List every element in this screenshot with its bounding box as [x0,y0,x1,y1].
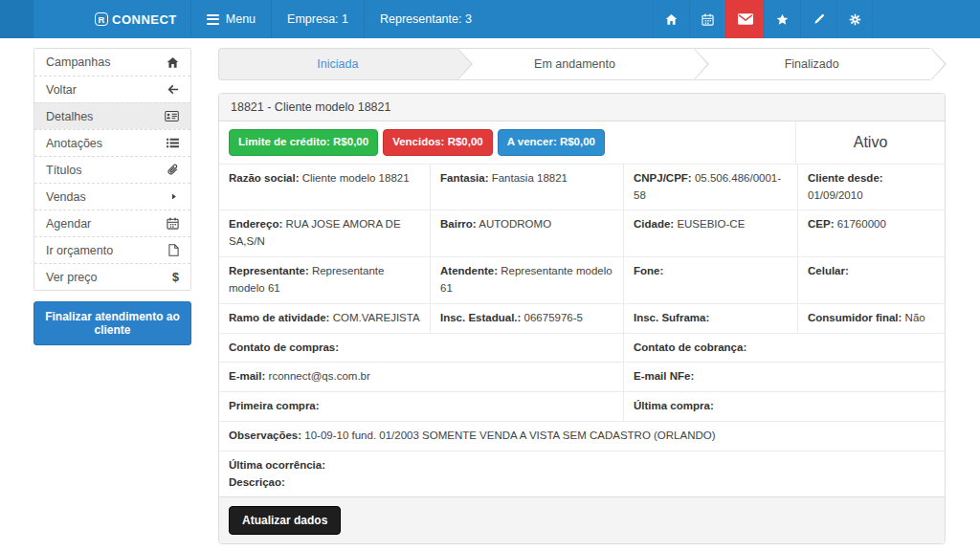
field-row: Razão social: Cliente modelo 18821Fantas… [219,164,945,210]
step-finalizado[interactable]: Finalizado [693,48,930,80]
brand-logo[interactable]: R CONNECT [81,0,190,38]
sidebar-item-vendas[interactable]: Vendas [34,183,190,209]
sidebar-menu: CampanhasVoltarDetalhesAnotaçõesTítulosV… [33,48,191,291]
field-label: Bairro: [440,218,477,230]
sidebar-item-titulos[interactable]: Títulos [34,156,190,183]
atualizar-dados-button[interactable]: Atualizar dados [229,506,341,535]
field-insc-suframa: Insc. Suframa: [623,304,797,333]
sidebar-item-label: Campanhas [46,55,110,69]
field-e-mail: E-mail: rconnect@qs.com.br [219,363,623,391]
representante-selector[interactable]: Representante: 3 [364,0,487,38]
home-icon [164,56,179,69]
pencil-icon [813,13,825,25]
nav-left-square[interactable] [0,0,33,38]
star-nav-button[interactable] [764,0,800,38]
envelope-nav-button[interactable] [725,0,764,38]
field-label: CNPJ/CPF: [634,172,692,184]
home-nav-button[interactable] [653,0,689,38]
sidebar-item-label: Ir orçamento [46,244,113,257]
panel-title: 18821 - Cliente modelo 18821 [219,94,945,121]
badge-vencidos[interactable]: Vencidos: R$0,00 [383,129,493,156]
list-icon [164,138,179,148]
status-badge: Ativo [795,121,945,164]
navbar: R CONNECT Menu Empresa: 1 Representante:… [0,0,980,38]
field-atendente: Atendente: Representante modelo 61 [430,257,623,303]
field-label: Endereço: [229,218,282,230]
field-label: Última compra: [634,400,714,411]
field-label: Primeira compra: [229,400,320,411]
field-value: 01/09/2010 [808,189,863,201]
sidebar-item-ir-orcamento[interactable]: Ir orçamento [34,236,190,263]
field-label: Consumidor final: [808,312,902,323]
field-label: Descriçao: [229,476,285,488]
field-ramo-de-atividade: Ramo de atividade: COM.VAREJISTA [219,304,430,333]
field-label: Razão social: [229,172,300,184]
field-label: Ramo de atividade: [229,312,329,323]
field-label: E-mail NFe: [634,370,694,382]
badge-a-vencer[interactable]: A vencer: R$0,00 [498,129,605,156]
field-contato-de-cobranca: Contato de cobrança: [623,334,947,363]
field-row: Ramo de atividade: COM.VAREJISTAInsc. Es… [219,303,945,333]
field-insc-estadual: Insc. Estadual.: 06675976-5 [430,304,623,333]
sidebar-item-detalhes[interactable]: Detalhes [34,102,190,129]
field-value: rconnect@qs.com.br [269,370,370,382]
field-cidade: Cidade: EUSEBIO-CE [623,210,797,256]
caret-right-icon [164,191,179,202]
field-fone: Fone: [623,257,797,303]
field-value: Fantasia 18821 [492,172,568,184]
field-label: Contato de cobrança: [634,342,746,353]
field-observacoes: Observações: 10-09-10 fund. 01/2003 SOME… [219,422,947,451]
field-fantasia: Fantasia: Fantasia 18821 [430,165,623,210]
field-row: Contato de compras:Contato de cobrança: [219,333,945,363]
field-value: Cliente modelo 18821 [302,172,410,184]
envelope-icon [738,13,753,25]
gear-nav-button[interactable] [836,0,873,38]
dollar-icon: $ [164,271,179,284]
field-ultima-compra: Última compra: [623,392,947,421]
field-label: Última ocorrência: [229,459,325,471]
brand-text: CONNECT [112,12,177,27]
sidebar-item-voltar[interactable]: Voltar [34,76,190,102]
field-value: 10-09-10 fund. 01/2003 SOMENTE VENDA A V… [304,430,715,441]
sidebar-item-ver-preco[interactable]: Ver preço$ [34,263,190,290]
gear-icon [849,13,861,26]
sidebar-item-label: Vendas [46,190,86,204]
field-label: Cidade: [634,218,674,230]
step-em-andamento[interactable]: Em andamento [457,48,694,80]
field-celular: Celular: [797,257,947,303]
hamburger-icon [207,11,219,27]
sidebar-item-campanhas[interactable]: Campanhas [34,49,190,76]
field-value: 61760000 [837,218,886,230]
menu-button[interactable]: Menu [190,0,271,38]
field-label: Celular: [808,265,849,276]
field-value: COM.VAREJISTA [333,312,420,323]
field-value: 06675976-5 [524,312,583,323]
field-cnpj-cpf: CNPJ/CPF: 05.506.486/0001-58 [623,165,797,210]
field-value: AUTODROMO [479,218,551,230]
field-row: Última ocorrência:Descriçao: [219,451,945,497]
step-iniciada[interactable]: Iniciada [218,48,457,80]
calendar-nav-button[interactable] [689,0,725,38]
pencil-nav-button[interactable] [800,0,836,38]
field-endereco: Endereço: RUA JOSE AMORA DE SA,S/N [219,210,430,256]
field-cliente-desde: Cliente desde: 01/09/2010 [797,165,947,210]
empresa-selector[interactable]: Empresa: 1 [271,0,364,38]
field-bairro: Bairro: AUTODROMO [430,210,623,256]
field-row: Observações: 10-09-10 fund. 01/2003 SOME… [219,421,945,451]
field-ultima-ocorrencia: Última ocorrência:Descriçao: [219,452,947,497]
field-label: Fone: [634,265,663,276]
client-fields: Limite de crédito: R$0,00Vencidos: R$0,0… [219,121,945,496]
field-label: E-mail: [229,370,265,382]
badge-limite-de-credito[interactable]: Limite de crédito: R$0,00 [229,129,378,156]
field-representante: Representante: Representante modelo 61 [219,257,430,303]
field-label: Cliente desde: [808,172,883,184]
sidebar-item-agendar[interactable]: Agendar [34,209,190,236]
id-card-icon [164,111,179,121]
sidebar-item-label: Agendar [46,217,91,231]
field-row: Primeira compra:Última compra: [219,391,945,421]
field-label: Insc. Estadual.: [440,312,521,323]
sidebar-item-anotacoes[interactable]: Anotações [34,129,190,156]
nav-icon-bar [653,0,873,38]
finalizar-atendimento-button[interactable]: Finalizar atendimento ao cliente [33,301,191,345]
sidebar-item-label: Detalhes [46,110,93,123]
